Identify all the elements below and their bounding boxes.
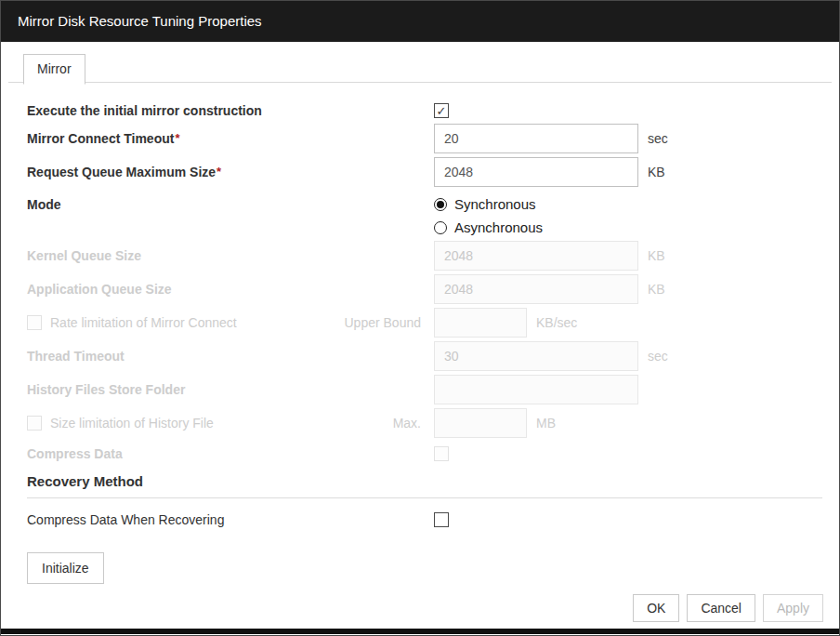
row-kernel-queue-size: Kernel Queue Size KB <box>27 241 822 271</box>
radio-asynchronous[interactable] <box>434 221 447 234</box>
rate-limitation-checkbox <box>27 315 42 330</box>
apply-button: Apply <box>763 594 823 622</box>
request-queue-max-input[interactable] <box>434 157 638 187</box>
max-size-input <box>434 408 527 438</box>
check-icon: ✓ <box>437 104 447 118</box>
compress-recovering-checkbox[interactable] <box>434 512 449 527</box>
initialize-button[interactable]: Initialize <box>27 552 104 584</box>
kernel-queue-size-input <box>434 241 638 271</box>
application-queue-size-input <box>434 274 638 304</box>
row-application-queue-size: Application Queue Size KB <box>27 274 822 304</box>
row-execute-initial: Execute the initial mirror construction … <box>27 100 822 121</box>
mirror-tab-panel: Execute the initial mirror construction … <box>1 83 839 584</box>
application-queue-size-label: Application Queue Size <box>27 282 172 297</box>
compress-data-label: Compress Data <box>27 446 123 461</box>
mirror-connect-timeout-input[interactable] <box>434 124 638 153</box>
cancel-button[interactable]: Cancel <box>687 594 755 622</box>
radio-synchronous-label: Synchronous <box>454 196 536 212</box>
recovery-method-heading: Recovery Method <box>27 473 822 498</box>
request-queue-max-label: Request Queue Maximum Size* <box>27 165 221 179</box>
dialog-footer: OK Cancel Apply <box>633 594 823 622</box>
execute-initial-label: Execute the initial mirror construction <box>27 103 262 118</box>
tab-bar: Mirror <box>8 54 832 83</box>
row-size-limitation: Size limitation of History File Max. MB <box>27 408 822 438</box>
thread-timeout-label: Thread Timeout <box>27 349 125 364</box>
tab-mirror[interactable]: Mirror <box>23 54 85 85</box>
rate-limitation-label: Rate limitation of Mirror Connect <box>50 315 237 330</box>
row-compress-recovering: Compress Data When Recovering <box>27 510 822 530</box>
mode-label: Mode <box>27 197 61 212</box>
upper-bound-input <box>434 308 527 338</box>
upper-bound-unit: KB/sec <box>536 315 577 330</box>
max-label: Max. <box>393 416 421 431</box>
upper-bound-label: Upper Bound <box>344 315 421 330</box>
required-asterisk: * <box>217 165 221 179</box>
history-folder-input <box>434 375 638 404</box>
request-queue-max-unit: KB <box>648 165 665 179</box>
mirror-disk-tuning-dialog: Mirror Disk Resource Tuning Properties M… <box>0 0 840 636</box>
compress-recovering-label: Compress Data When Recovering <box>27 512 224 527</box>
kernel-queue-size-label: Kernel Queue Size <box>27 248 141 263</box>
row-rate-limitation: Rate limitation of Mirror Connect Upper … <box>27 308 822 338</box>
mode-option-synchronous: Synchronous <box>434 192 543 216</box>
size-limitation-label: Size limitation of History File <box>50 416 214 431</box>
radio-synchronous[interactable] <box>434 198 447 211</box>
row-request-queue-max: Request Queue Maximum Size* KB <box>27 157 822 187</box>
row-mirror-connect-timeout: Mirror Connect Timeout* sec <box>27 124 822 153</box>
mirror-connect-timeout-label: Mirror Connect Timeout* <box>27 131 179 146</box>
row-compress-data: Compress Data <box>27 444 822 464</box>
row-mode: Mode Synchronous Asynchronous <box>27 192 822 239</box>
mirror-connect-timeout-unit: sec <box>648 131 668 146</box>
required-asterisk: * <box>175 131 179 145</box>
row-history-folder: History Files Store Folder <box>27 375 822 404</box>
compress-data-checkbox <box>434 446 449 461</box>
application-queue-size-unit: KB <box>648 282 665 297</box>
row-thread-timeout: Thread Timeout sec <box>27 341 822 371</box>
max-size-unit: MB <box>536 416 556 431</box>
execute-initial-checkbox[interactable]: ✓ <box>434 103 449 118</box>
ok-button[interactable]: OK <box>633 594 679 622</box>
kernel-queue-size-unit: KB <box>648 248 665 263</box>
dialog-bottom-strip <box>1 629 839 634</box>
dialog-title: Mirror Disk Resource Tuning Properties <box>1 1 839 42</box>
radio-asynchronous-label: Asynchronous <box>454 219 543 235</box>
size-limitation-checkbox <box>27 416 42 431</box>
thread-timeout-input <box>434 341 638 371</box>
history-folder-label: History Files Store Folder <box>27 382 185 397</box>
thread-timeout-unit: sec <box>648 349 668 364</box>
mode-option-asynchronous: Asynchronous <box>434 216 543 239</box>
